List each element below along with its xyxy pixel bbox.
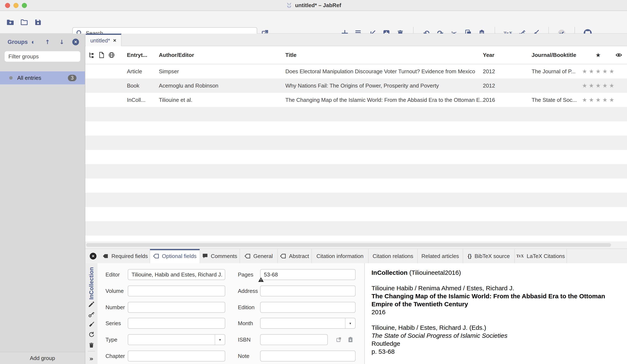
close-groups-panel-icon[interactable]: ✕ (72, 39, 79, 45)
field-label-edition: Edition (238, 302, 255, 313)
star-icon: ★ (589, 82, 594, 89)
tab-required-fields[interactable]: Required fields (101, 249, 150, 263)
field-label-month: Month (238, 318, 253, 329)
cell-year: 2012 (483, 79, 495, 93)
note-field-input[interactable] (260, 351, 356, 362)
column-url-icon[interactable] (108, 46, 115, 64)
group-label: All entries (17, 75, 41, 81)
preview-publisher: Routledge (371, 340, 620, 348)
tab-citation-relations[interactable]: Citation relations (368, 249, 418, 263)
cell-author: Tiliouine et al. (159, 93, 192, 107)
column-read-status-eye-icon[interactable] (616, 46, 622, 64)
filter-groups-input[interactable] (5, 51, 80, 62)
column-ranking-star-icon[interactable]: ★ (595, 46, 601, 64)
window-title: untitled* – JabRef (286, 2, 341, 9)
chapter-field-input[interactable] (128, 351, 225, 362)
close-entry-editor-button[interactable]: ✕ (85, 249, 101, 263)
group-intersection-toggle-icon[interactable]: ◐ (29, 38, 37, 46)
tab-citation-information[interactable]: Citation information (312, 249, 368, 263)
number-field-input[interactable] (128, 302, 225, 313)
tab-comments[interactable]: Comments (200, 249, 240, 263)
close-window-button[interactable] (5, 3, 10, 8)
address-field-input[interactable] (260, 285, 356, 296)
library-tab-bar: untitled* ✕ (85, 34, 627, 46)
column-groups-icon[interactable] (89, 46, 95, 64)
tab-optional-fields[interactable]: Optional fields (150, 249, 200, 263)
editor-field-input[interactable]: Tiliouine, Habib and Estes, Richard J. (128, 269, 225, 280)
save-library-button[interactable] (31, 15, 45, 30)
type-field-combobox[interactable]: ▾ (128, 334, 225, 345)
cell-journal: The Journal of P... (532, 64, 575, 79)
library-tab-untitled[interactable]: untitled* ✕ (86, 34, 121, 46)
open-library-button[interactable] (17, 15, 31, 30)
add-group-button[interactable]: Add group (0, 352, 85, 364)
tab-label: BibTeX source (475, 253, 510, 260)
table-row[interactable]: Book Acemoglu and Robinson Why Nations F… (85, 79, 627, 93)
close-tab-icon[interactable]: ✕ (113, 38, 117, 43)
rating-stars[interactable]: ★★★★★ (582, 64, 614, 79)
delete-entry-icon[interactable] (85, 340, 98, 350)
preview-authors: Tiliouine Habib / Renima Ahmed / Estes, … (371, 284, 620, 292)
table-row[interactable]: Article Simpser Does Electoral Manipulat… (85, 64, 627, 79)
pages-warning-icon[interactable] (258, 277, 264, 282)
tab-abstract[interactable]: Abstract (278, 249, 312, 263)
collapse-panel-chevrons-icon[interactable]: » (85, 354, 98, 363)
column-header-author[interactable]: Author/Editor (159, 46, 194, 64)
edition-field-input[interactable] (260, 302, 356, 313)
isbn-field-input[interactable] (260, 334, 328, 345)
tab-label: Comments (211, 253, 237, 260)
column-header-journal[interactable]: Journal/Booktitle (532, 46, 576, 64)
tab-label: LaTeX Citations (526, 253, 565, 260)
field-label-series: Series (105, 318, 121, 329)
star-icon: ★ (609, 82, 614, 89)
dropdown-arrow-icon[interactable]: ▾ (345, 318, 355, 328)
star-icon: ★ (609, 68, 614, 75)
preview-container-block: Tiliouine, Habib / Estes, Richard J. (Ed… (371, 324, 620, 356)
month-field-combobox[interactable]: ▾ (260, 318, 356, 329)
preview-pages: p. 53-68 (371, 348, 620, 356)
entry-editor: InCollection » Editor Tiliouine, Habib a… (85, 263, 627, 364)
divider (88, 351, 95, 351)
series-field-input[interactable] (128, 318, 225, 329)
entry-editor-side-toolbar: InCollection » (85, 263, 98, 364)
empty-row (85, 164, 627, 179)
zoom-window-button[interactable] (22, 3, 27, 8)
refresh-icon[interactable] (85, 330, 98, 339)
pages-field-input[interactable]: 53-68 (260, 269, 356, 280)
rating-stars[interactable]: ★★★★★ (582, 79, 614, 93)
move-group-up-icon[interactable]: ↑ (44, 38, 51, 46)
column-header-title[interactable]: Title (285, 46, 297, 64)
cleanup-entry-icon[interactable] (85, 320, 98, 329)
scrollbar-thumb[interactable] (86, 243, 611, 247)
preview-title: The Changing Map of the Islamic World: F… (371, 292, 620, 308)
entry-type-label[interactable]: InCollection (85, 264, 98, 303)
preview-editors: Tiliouine, Habib / Estes, Richard J. (Ed… (371, 324, 620, 332)
new-library-button[interactable] (3, 15, 17, 30)
preview-work-block: Tiliouine Habib / Renima Ahmed / Estes, … (371, 284, 620, 316)
volume-field-input[interactable] (128, 285, 225, 296)
rating-stars[interactable]: ★★★★★ (582, 93, 614, 107)
column-file-icon[interactable] (99, 46, 104, 64)
column-header-year[interactable]: Year (483, 46, 494, 64)
tab-related-articles[interactable]: Related articles (418, 249, 463, 263)
isbn-open-link-icon[interactable] (335, 336, 342, 343)
group-count-badge: 3 (68, 75, 76, 81)
tab-bibtex-source[interactable]: {} BibTeX source (463, 249, 515, 263)
dropdown-arrow-icon[interactable]: ▾ (215, 335, 225, 345)
minimize-window-button[interactable] (13, 3, 18, 8)
move-group-down-icon[interactable]: ↓ (58, 38, 65, 46)
edit-entry-type-pencil-icon[interactable] (85, 299, 98, 309)
tab-label: Optional fields (162, 253, 197, 260)
entry-table-header: Entryt... Author/Editor Title Year Journ… (85, 46, 627, 64)
sidebar-item-all-entries[interactable]: All entries 3 (0, 71, 85, 84)
tab-latex-citations[interactable]: TEX LaTeX Citations (515, 249, 567, 263)
isbn-fetch-clipboard-icon[interactable] (347, 336, 354, 343)
cell-title: Why Nations Fail: The Origins of Power, … (285, 79, 439, 93)
table-row-selected[interactable]: InColl... Tiliouine et al. The Changing … (85, 93, 627, 107)
generate-citation-key-icon[interactable] (85, 310, 98, 319)
empty-row (85, 207, 627, 221)
table-horizontal-scrollbar[interactable] (85, 241, 627, 249)
tab-general[interactable]: General (240, 249, 278, 263)
cell-title: Does Electoral Manipulation Discourage V… (285, 64, 475, 79)
column-header-entrytype[interactable]: Entryt... (127, 46, 147, 64)
